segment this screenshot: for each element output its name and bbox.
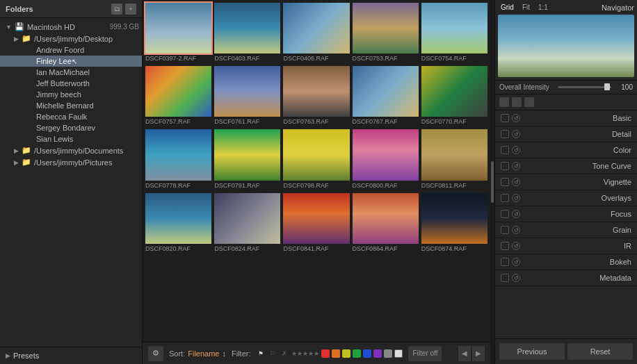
adjustment-item[interactable]: ↺ IR [495,238,637,254]
adjustment-item[interactable]: ↺ Basic [495,110,637,126]
adjustment-item[interactable]: ↺ Metadata [495,270,637,286]
prev-arrow-icon[interactable]: ◀ [458,346,471,361]
adj-reset-icon[interactable]: ↺ [512,130,520,138]
adj-toggle[interactable] [501,274,509,282]
thumbnail-label: DSCF0761.RAF [214,117,280,126]
sort-arrow-icon[interactable]: ↕ [222,349,226,358]
adj-reset-icon[interactable]: ↺ [512,226,520,234]
tree-item[interactable]: Sergey Bondarev [0,122,142,133]
next-arrow-icon[interactable]: ▶ [472,346,485,361]
adj-reset-icon[interactable]: ↺ [512,194,520,202]
thumbnail-item[interactable]: DSCF0864.RAF [353,193,419,254]
thumbnail-item[interactable]: DSCF0753.RAF [353,3,419,63]
tree-item[interactable]: ▶📁/Users/jimmyb/Documents [0,144,142,156]
red-dot[interactable] [321,349,330,358]
rating-stars[interactable]: ★★★★★ [291,350,319,357]
thumbnail-item[interactable]: DSCF0841.RAF [283,193,349,254]
adjustment-item[interactable]: ↺ Focus [495,206,637,222]
thumbnail-item[interactable]: DSCF0406.RAF [283,3,349,63]
view-mode-1-1[interactable]: 1:1 [535,3,551,12]
adj-toggle[interactable] [501,258,509,266]
view-mode-grid[interactable]: Grid [498,3,517,12]
thumbnail-item[interactable]: DSCF0798.RAF [283,129,349,190]
tree-item[interactable]: Ian MacMichael [0,67,142,78]
tree-item[interactable]: ▶📁/Users/jimmyb/Pictures [0,156,142,168]
adj-reset-icon[interactable]: ↺ [512,114,520,122]
adj-toggle[interactable] [501,146,509,154]
flag-icon[interactable]: ⚑ [256,349,266,358]
adj-toggle[interactable] [501,114,509,122]
thumbnail-item[interactable]: DSCF0754.RAF [421,3,487,63]
adj-name: Basic [524,114,631,122]
adj-toggle[interactable] [501,130,509,138]
tool-icon-1[interactable] [499,97,509,107]
tree-item[interactable]: Sian Lewis [0,133,142,144]
thumbnail-item[interactable]: DSCF0791.RAF [214,129,280,190]
navigator-preview[interactable] [498,15,634,77]
thumbnail-item[interactable]: DSCF0811.RAF [421,129,487,190]
tool-icon-3[interactable] [524,97,534,107]
tree-item[interactable]: Michelle Bernard [0,100,142,111]
adjustment-item[interactable]: ↺ Color [495,142,637,158]
intensity-slider[interactable] [558,86,612,88]
filter-off-btn[interactable]: Filter off [408,346,442,361]
orange-dot[interactable] [332,349,340,358]
tree-item[interactable]: Finley Lee ↖ [0,56,142,67]
previous-button[interactable]: Previous [499,343,565,360]
thumbnail-item[interactable]: DSCF0397-2.RAF [145,3,211,63]
adj-reset-icon[interactable]: ↺ [512,146,520,154]
green-dot[interactable] [353,349,361,358]
settings-icon[interactable]: ⚙ [148,346,163,361]
adj-toggle[interactable] [501,162,509,170]
thumbnail-item[interactable]: DSCF0757.RAF [145,66,211,126]
thumbnail-item[interactable]: DSCF0761.RAF [214,66,280,126]
thumbnail-item[interactable]: DSCF0824.RAF [214,193,280,254]
yellow-dot[interactable] [342,349,350,358]
tree-item[interactable]: Jeff Butterworth [0,78,142,89]
presets-section[interactable]: ▶ Presets [0,347,142,364]
adj-toggle[interactable] [501,210,509,218]
x-flag-icon[interactable]: ✗ [280,349,289,358]
adjustment-item[interactable]: ↺ Bokeh [495,254,637,270]
adjustment-item[interactable]: ↺ Detail [495,126,637,142]
thumbnail-item[interactable]: DSCF0767.RAF [353,66,419,126]
thumbnail-item[interactable]: DSCF0770.RAF [421,66,487,126]
flag-outline-icon[interactable]: ⚐ [268,349,277,358]
adj-reset-icon[interactable]: ↺ [512,178,520,186]
tree-item[interactable]: Jimmy beech [0,89,142,100]
adj-reset-icon[interactable]: ↺ [512,210,520,218]
adjustment-item[interactable]: ↺ Grain [495,222,637,238]
folder-icon[interactable]: 🗂 [111,3,122,15]
adj-toggle[interactable] [501,178,509,186]
adj-reset-icon[interactable]: ↺ [512,258,520,266]
tree-item[interactable]: Rebecca Faulk [0,111,142,122]
thumbnail-item[interactable]: DSCF0874.RAF [421,193,487,254]
thumbnail-item[interactable]: DSCF0403.RAF [214,3,280,63]
white-dot[interactable] [394,349,403,358]
adj-toggle[interactable] [501,242,509,250]
view-mode-fit[interactable]: Fit [519,3,533,12]
tool-icon-2[interactable] [512,97,522,107]
adj-reset-icon[interactable]: ↺ [512,162,520,170]
gray-dot[interactable] [384,349,392,358]
sort-value[interactable]: Filename [188,349,219,358]
thumbnail-item[interactable]: DSCF0800.RAF [353,129,419,190]
reset-button[interactable]: Reset [567,343,633,360]
blue-dot[interactable] [363,349,371,358]
purple-dot[interactable] [373,349,382,358]
adj-toggle[interactable] [501,194,509,202]
adjustment-item[interactable]: ↺ Overlays [495,190,637,206]
adj-toggle[interactable] [501,226,509,234]
adj-reset-icon[interactable]: ↺ [512,274,520,282]
adjustment-item[interactable]: ↺ Vignette [495,174,637,190]
thumbnail-label: DSCF0770.RAF [421,117,487,126]
tree-item[interactable]: Andrew Foord [0,44,142,56]
thumbnail-item[interactable]: DSCF0778.RAF [145,129,211,190]
thumbnail-item[interactable]: DSCF0820.RAF [145,193,211,254]
thumbnail-item[interactable]: DSCF0763.RAF [283,66,349,126]
tree-item[interactable]: ▶📁/Users/jimmyb/Desktop [0,33,142,44]
add-folder-icon[interactable]: + [125,3,136,15]
adjustment-item[interactable]: ↺ Tone Curve [495,158,637,174]
tree-item-macintosh[interactable]: ▼ 💾 Macintosh HD 999.3 GB [0,21,142,33]
adj-reset-icon[interactable]: ↺ [512,242,520,250]
